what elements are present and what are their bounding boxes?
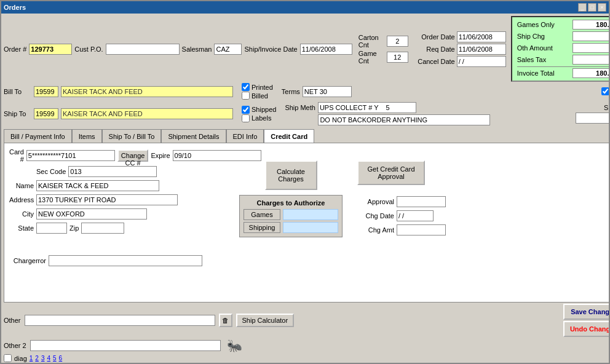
change-cc-btn[interactable]: Change CC # bbox=[117, 149, 149, 162]
card-label: Card # bbox=[9, 148, 24, 163]
ship-invoice-date-input[interactable] bbox=[300, 44, 352, 55]
tab-items[interactable]: Items bbox=[72, 129, 102, 143]
ship-note-input[interactable] bbox=[318, 114, 490, 125]
chargeerror-input[interactable] bbox=[49, 255, 202, 266]
city-label: City bbox=[9, 210, 34, 218]
card-number-input[interactable] bbox=[26, 150, 115, 161]
tab-shipment-details[interactable]: Shipment Details bbox=[161, 129, 226, 143]
tab-bill-payment[interactable]: Bill / Payment Info bbox=[4, 129, 72, 143]
get-approval-btn[interactable]: Get Credit Card Approval bbox=[357, 160, 425, 185]
cc-name-label: Name bbox=[9, 182, 34, 189]
page-3-btn[interactable]: 3 bbox=[41, 355, 45, 362]
salesman-input[interactable] bbox=[214, 44, 242, 55]
chg-date-input[interactable] bbox=[397, 210, 434, 221]
page-5-btn[interactable]: 5 bbox=[53, 355, 57, 362]
sales-tax-input[interactable] bbox=[572, 55, 609, 65]
shipped-checkbox[interactable] bbox=[242, 106, 250, 114]
tab-credit-card-label: Credit Card bbox=[271, 133, 307, 140]
tab-edi-info-label: EDI Info bbox=[233, 133, 258, 140]
bill-to-label: Bill To bbox=[4, 88, 31, 95]
page-4-btn[interactable]: 4 bbox=[47, 355, 50, 362]
games-charge-label: Games bbox=[244, 209, 280, 220]
paid-checkbox[interactable] bbox=[601, 87, 609, 95]
city-input[interactable] bbox=[36, 208, 147, 220]
sales-tax-label: Sales Tax bbox=[517, 56, 572, 63]
zip-input[interactable] bbox=[81, 223, 124, 234]
page-6-btn[interactable]: 6 bbox=[59, 355, 63, 362]
bill-to-name-input[interactable] bbox=[61, 86, 233, 97]
ship-invoice-date-label: Ship/Invoice Date bbox=[244, 46, 297, 53]
invoice-total-label: Invoice Total bbox=[517, 69, 572, 77]
games-charge-input[interactable] bbox=[283, 209, 338, 220]
charges-authorize-box: Charges to Authorize Games Shipping bbox=[239, 195, 343, 237]
req-date-input[interactable] bbox=[457, 44, 506, 55]
cancel-date-label: Cancel Date bbox=[413, 58, 455, 65]
order-date-input[interactable] bbox=[457, 31, 506, 42]
shipping-charge-input[interactable] bbox=[283, 222, 338, 233]
save-changes-btn[interactable]: Save Changes bbox=[563, 304, 609, 320]
bill-to-row: Bill To Printed Billed bbox=[4, 83, 609, 100]
req-date-label: Req Date bbox=[413, 46, 455, 53]
ship-chg-input[interactable] bbox=[572, 31, 609, 41]
address-label: Address bbox=[9, 196, 34, 204]
main-area: Order # Cust P.O. Salesman Ship/Invoice … bbox=[1, 14, 609, 363]
bill-to-id-input[interactable] bbox=[34, 86, 58, 97]
ship-meth-input[interactable] bbox=[318, 102, 416, 113]
games-only-input[interactable] bbox=[572, 20, 609, 30]
page-2-btn[interactable]: 2 bbox=[35, 355, 39, 362]
oth-amount-input[interactable] bbox=[572, 43, 609, 53]
approval-input[interactable] bbox=[397, 196, 446, 207]
sec-code-input[interactable] bbox=[68, 166, 157, 177]
order-number-input[interactable] bbox=[29, 44, 72, 55]
diag-checkbox[interactable] bbox=[4, 354, 12, 362]
printed-checkbox[interactable] bbox=[242, 83, 250, 91]
ship-to-row: Ship To Shipped Labels bbox=[4, 102, 609, 125]
diag-label: diag bbox=[14, 355, 27, 362]
invoice-total-input[interactable] bbox=[572, 68, 609, 78]
tab-ship-bill[interactable]: Ship To / Bill To bbox=[102, 129, 162, 143]
tab-shipment-details-label: Shipment Details bbox=[168, 133, 219, 140]
address-input[interactable] bbox=[36, 194, 178, 205]
state-input[interactable] bbox=[36, 223, 67, 234]
other-label: Other bbox=[4, 317, 21, 324]
order-date-label: Order Date bbox=[413, 33, 455, 41]
ship-chg-label: Ship Chg bbox=[517, 33, 572, 40]
cust-po-input[interactable] bbox=[106, 44, 180, 55]
close-btn[interactable]: × bbox=[598, 3, 606, 12]
game-cnt-input[interactable] bbox=[387, 52, 408, 63]
billed-checkbox[interactable] bbox=[242, 92, 250, 100]
other2-input[interactable] bbox=[30, 340, 221, 351]
tab-credit-card[interactable]: Credit Card bbox=[264, 129, 314, 143]
shipped-checkbox-row: Shipped bbox=[242, 106, 276, 114]
maximize-btn[interactable]: □ bbox=[588, 3, 596, 12]
window-content: Order # Cust P.O. Salesman Ship/Invoice … bbox=[1, 14, 609, 363]
show-select[interactable] bbox=[576, 113, 609, 124]
tab-edi-info[interactable]: EDI Info bbox=[226, 129, 264, 143]
cancel-date-input[interactable] bbox=[457, 56, 506, 67]
calculate-charges-btn[interactable]: Calculate Charges bbox=[265, 160, 317, 190]
credit-card-form: Card # Change CC # Expire Sec Code bbox=[9, 148, 224, 297]
terms-input[interactable] bbox=[303, 86, 352, 97]
undo-changes-btn[interactable]: Undo Changes bbox=[563, 321, 609, 337]
shipping-charge-label: Shipping bbox=[244, 222, 280, 233]
approval-label: Approval bbox=[357, 198, 394, 205]
page-1-btn[interactable]: 1 bbox=[30, 355, 33, 362]
oth-amount-label: Oth Amount bbox=[517, 44, 572, 52]
delete-btn[interactable]: 🗑 bbox=[219, 314, 232, 327]
ship-calculator-btn[interactable]: Ship Calculator bbox=[236, 314, 295, 327]
game-cnt-label: Game Cnt bbox=[358, 50, 385, 65]
labels-checkbox-row: Labels bbox=[242, 114, 276, 122]
chg-amt-input[interactable] bbox=[397, 224, 446, 235]
order-label: Order # bbox=[4, 46, 26, 53]
carton-cnt-input[interactable] bbox=[387, 36, 408, 47]
ship-to-name-input[interactable] bbox=[61, 108, 233, 119]
ship-to-id-input[interactable] bbox=[34, 108, 58, 119]
cc-name-input[interactable] bbox=[36, 180, 159, 191]
printed-label: Printed bbox=[252, 84, 273, 91]
labels-checkbox[interactable] bbox=[242, 114, 250, 122]
ship-to-label: Ship To bbox=[4, 110, 31, 117]
other-input[interactable] bbox=[25, 315, 215, 326]
cust-po-label: Cust P.O. bbox=[74, 46, 103, 53]
sec-code-label: Sec Code bbox=[36, 168, 66, 175]
minimize-btn[interactable]: _ bbox=[578, 3, 587, 12]
